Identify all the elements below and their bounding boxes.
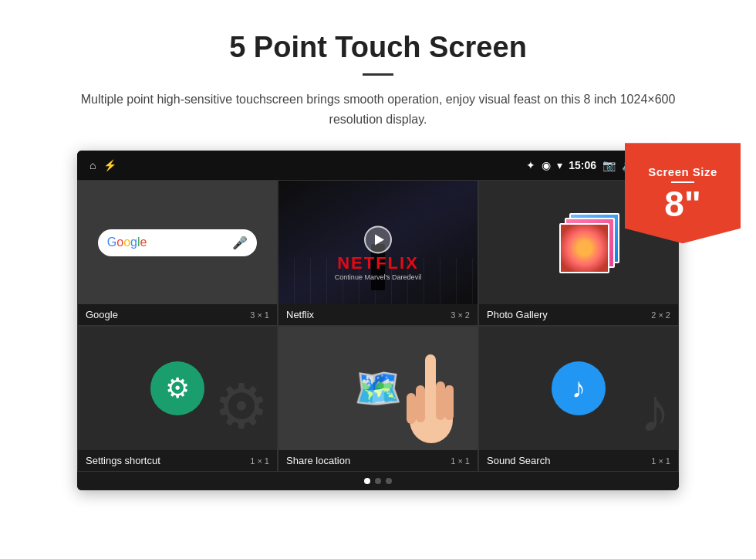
google-app-size: 3 × 1	[250, 310, 269, 320]
home-icon[interactable]: ⌂	[89, 159, 96, 171]
wifi-icon: ▾	[557, 159, 562, 171]
page-wrapper: 5 Point Touch Screen Multiple point high…	[0, 0, 756, 513]
share-app-size: 1 × 1	[451, 456, 470, 466]
android-screen: ⌂ ⚡ ✦ ◉ ▾ 15:06 📷 🔊 ⊡	[77, 151, 679, 490]
camera-icon: 📷	[602, 159, 616, 171]
google-mic-icon[interactable]: 🎤	[232, 235, 248, 250]
netflix-label-bar: Netflix 3 × 2	[278, 304, 478, 325]
sound-app-size: 1 × 1	[651, 456, 670, 466]
svg-rect-1	[425, 354, 436, 408]
share-location-cell[interactable]: 🗺️	[278, 326, 478, 472]
app-grid-row1: Google 🎤 Google 3 × 1	[77, 180, 679, 326]
status-bar: ⌂ ⚡ ✦ ◉ ▾ 15:06 📷 🔊 ⊡	[77, 151, 679, 180]
sound-label-bar: Sound Search 1 × 1	[479, 450, 678, 471]
bluetooth-icon: ✦	[526, 159, 535, 171]
gear-shadow-icon: ⚙	[214, 371, 269, 442]
gear-icon: ⚙	[165, 372, 190, 405]
netflix-scene: NETFLIX Continue Marvel's Daredevil	[278, 181, 478, 304]
gallery-stack	[548, 212, 609, 273]
maps-icon-container: 🗺️	[351, 361, 405, 415]
badge-divider	[671, 181, 694, 183]
hand-pointing-svg	[400, 339, 470, 447]
google-label-bar: Google 3 × 1	[78, 304, 277, 325]
settings-app-name: Settings shortcut	[86, 455, 160, 466]
gallery-photo-front	[559, 223, 609, 273]
sound-app-name: Sound Search	[487, 455, 550, 466]
play-button[interactable]	[364, 226, 392, 254]
netflix-logo-text: NETFLIX	[335, 253, 421, 273]
google-app-cell[interactable]: Google 🎤 Google 3 × 1	[77, 180, 278, 326]
google-app-name: Google	[86, 309, 118, 320]
share-label-bar: Share location 1 × 1	[278, 450, 478, 471]
status-left: ⌂ ⚡	[89, 159, 116, 171]
sound-icon-container: ♪	[552, 361, 606, 415]
settings-icon-container: ⚙	[150, 361, 204, 415]
netflix-app-size: 3 × 2	[451, 310, 470, 320]
music-note-icon: ♪	[572, 372, 586, 405]
music-shadow-icon: ♪	[640, 375, 670, 446]
sound-cell-content: ♪ ♪	[479, 327, 678, 450]
settings-app-cell[interactable]: ⚙ ⚙ Settings shortcut 1 × 1	[77, 326, 278, 472]
play-triangle-icon	[375, 235, 384, 246]
gallery-label-bar: Photo Gallery 2 × 2	[479, 304, 678, 325]
settings-app-size: 1 × 1	[250, 456, 269, 466]
netflix-app-name: Netflix	[286, 309, 314, 320]
svg-rect-5	[407, 393, 416, 424]
share-app-name: Share location	[286, 455, 350, 466]
usb-icon: ⚡	[103, 159, 116, 171]
hand-pointer-container	[400, 339, 470, 450]
page-title: 5 Point Touch Screen	[39, 31, 717, 64]
gallery-app-size: 2 × 2	[651, 310, 670, 320]
app-grid-row2: ⚙ ⚙ Settings shortcut 1 × 1 🗺️	[77, 326, 679, 472]
svg-rect-2	[436, 381, 445, 420]
dot-2[interactable]	[375, 478, 381, 484]
netflix-app-cell[interactable]: NETFLIX Continue Marvel's Daredevil Netf…	[278, 180, 478, 326]
location-icon: ◉	[542, 159, 551, 171]
heading-divider	[363, 73, 393, 76]
screen-size-badge: Screen Size 8"	[625, 143, 741, 243]
google-logo: Google	[107, 235, 147, 249]
settings-label-bar: Settings shortcut 1 × 1	[78, 450, 277, 471]
maps-icon: 🗺️	[354, 366, 402, 411]
gallery-app-name: Photo Gallery	[487, 309, 548, 320]
google-cell-content: Google 🎤	[78, 181, 277, 304]
dot-1[interactable]	[364, 478, 370, 484]
settings-cell-content: ⚙ ⚙	[78, 327, 277, 450]
page-subtitle: Multiple point high-sensitive touchscree…	[77, 90, 679, 129]
badge-title: Screen Size	[648, 165, 717, 178]
google-search-bar[interactable]: Google 🎤	[98, 229, 257, 256]
netflix-logo-overlay: NETFLIX Continue Marvel's Daredevil	[335, 253, 421, 281]
svg-rect-4	[416, 385, 425, 422]
sound-search-cell[interactable]: ♪ ♪ Sound Search 1 × 1	[478, 326, 679, 472]
dot-3[interactable]	[386, 478, 392, 484]
flower-image	[561, 225, 608, 272]
screen-container: Screen Size 8" ⌂ ⚡ ✦ ◉ ▾	[77, 151, 679, 490]
pagination-dots	[77, 472, 679, 490]
svg-rect-3	[445, 385, 454, 420]
share-cell-content: 🗺️	[278, 327, 478, 450]
netflix-cell-content: NETFLIX Continue Marvel's Daredevil	[278, 181, 478, 304]
netflix-subtitle: Continue Marvel's Daredevil	[335, 273, 421, 281]
badge-size: 8"	[664, 186, 700, 222]
status-time: 15:06	[569, 159, 596, 171]
